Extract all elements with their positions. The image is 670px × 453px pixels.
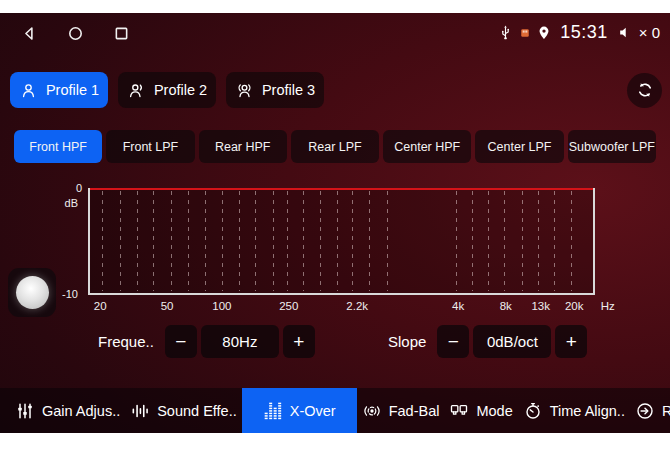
- x-tick-label: 2.2k: [346, 300, 368, 312]
- gridline: [222, 191, 223, 291]
- filter-tab-front-lpf[interactable]: Front LPF: [106, 130, 194, 163]
- mute-icon: [617, 24, 634, 41]
- slope-control: Slope − 0dB/oct +: [388, 325, 587, 358]
- x-axis-unit-label: Hz: [601, 300, 615, 312]
- gridline: [337, 191, 338, 291]
- bottom-nav: Gain Adjus..Sound Effe..X-OverFad-BalMod…: [0, 388, 670, 433]
- sd-card-icon: [519, 27, 531, 39]
- gridline: [287, 191, 288, 291]
- slope-minus-button[interactable]: −: [437, 325, 469, 358]
- gridline: [472, 191, 473, 291]
- volume-level: × 0: [639, 24, 660, 41]
- gridline: [369, 191, 370, 291]
- slope-label: Slope: [388, 333, 426, 350]
- nav-item-fad-bal[interactable]: Fad-Bal: [357, 388, 445, 433]
- mode-icon: [449, 401, 469, 421]
- profile-tab-3[interactable]: Profile 3: [226, 72, 324, 108]
- gridline: [522, 191, 523, 291]
- x-tick-label: 4k: [452, 300, 464, 312]
- nav-item-label: Fad-Bal: [389, 403, 440, 419]
- home-icon[interactable]: [66, 24, 85, 43]
- filter-tab-subwoofer-lpf[interactable]: Subwoofer LPF: [568, 130, 656, 163]
- profile-tab-label: Profile 2: [154, 82, 207, 98]
- gridline: [239, 191, 240, 291]
- y-axis-top-label: 0: [58, 182, 82, 194]
- profile-tab-label: Profile 3: [262, 82, 315, 98]
- gridline: [255, 191, 256, 291]
- nav-item-label: Gain Adjus..: [42, 403, 120, 419]
- frequency-control: Freque.. − 80Hz +: [98, 325, 315, 358]
- gridline: [303, 191, 304, 291]
- gridline: [387, 191, 388, 291]
- back-icon[interactable]: [20, 24, 39, 43]
- refresh-button[interactable]: [627, 73, 662, 108]
- y-axis-bottom-label: -10: [54, 288, 78, 300]
- filter-tab-center-lpf[interactable]: Center LPF: [475, 130, 563, 163]
- return-icon: [635, 401, 655, 421]
- response-curve: [90, 188, 593, 190]
- gridline: [137, 191, 138, 291]
- y-axis-unit-label: dB: [54, 197, 78, 209]
- location-icon: [536, 25, 552, 41]
- gridline: [273, 191, 274, 291]
- frequency-minus-button[interactable]: −: [165, 325, 197, 358]
- nav-item-time-align[interactable]: Time Align..: [518, 388, 630, 433]
- gridline: [188, 191, 189, 291]
- sound-effects-icon: [130, 401, 150, 421]
- x-tick-label: 20k: [565, 300, 584, 312]
- device-frame: 15:31 × 0 Profile 1Profile 2Profile 3 Fr…: [0, 0, 670, 453]
- profile-tab-2[interactable]: Profile 2: [118, 72, 216, 108]
- volume-knob[interactable]: [8, 268, 56, 317]
- gridline: [456, 191, 457, 291]
- recents-icon[interactable]: [112, 24, 131, 43]
- filter-tabs: Front HPFFront LPFRear HPFRear LPFCenter…: [14, 130, 656, 163]
- time-align-icon: [523, 401, 543, 421]
- clock: 15:31: [560, 22, 608, 43]
- x-tick-label: 13k: [531, 300, 550, 312]
- gridline: [538, 191, 539, 291]
- x-tick-label: 250: [279, 300, 298, 312]
- gridline: [488, 191, 489, 291]
- slope-plus-button[interactable]: +: [555, 325, 587, 358]
- frequency-value: 80Hz: [201, 325, 279, 358]
- nav-item-sound-effe[interactable]: Sound Effe..: [125, 388, 242, 433]
- profile-tab-label: Profile 1: [46, 82, 99, 98]
- gridline: [153, 191, 154, 291]
- nav-item-x-over[interactable]: X-Over: [242, 388, 357, 433]
- nav-item-label: Mode: [476, 403, 512, 419]
- filter-tab-rear-hpf[interactable]: Rear HPF: [199, 130, 287, 163]
- gridline: [352, 191, 353, 291]
- gridline: [205, 191, 206, 291]
- profile-tab-1[interactable]: Profile 1: [10, 72, 108, 108]
- nav-item-label: Return: [662, 403, 670, 419]
- x-tick-label: 8k: [500, 300, 512, 312]
- frequency-plus-button[interactable]: +: [283, 325, 315, 358]
- usb-icon: [497, 24, 514, 41]
- gridline: [120, 191, 121, 291]
- filter-tab-rear-lpf[interactable]: Rear LPF: [291, 130, 379, 163]
- nav-item-gain-adjus[interactable]: Gain Adjus..: [10, 388, 125, 433]
- chart-plot-area: [88, 188, 595, 295]
- nav-item-label: X-Over: [290, 403, 336, 419]
- fad-bal-icon: [362, 401, 382, 421]
- gridline: [571, 191, 572, 291]
- gridline: [320, 191, 321, 291]
- gridline: [554, 191, 555, 291]
- frequency-label: Freque..: [98, 333, 154, 350]
- nav-item-label: Sound Effe..: [157, 403, 237, 419]
- android-nav: [20, 24, 131, 43]
- x-axis-ticks: 20501002502.2k4k8k13k20kHz: [88, 300, 595, 314]
- refresh-icon: [635, 80, 655, 100]
- gain-adjust-icon: [15, 401, 35, 421]
- x-tick-label: 100: [212, 300, 231, 312]
- profile-user3-icon: [235, 81, 254, 100]
- gridline: [171, 191, 172, 291]
- filter-tab-front-hpf[interactable]: Front HPF: [14, 130, 102, 163]
- nav-item-return[interactable]: Return: [630, 388, 670, 433]
- x-tick-label: 50: [161, 300, 174, 312]
- filter-tab-center-hpf[interactable]: Center HPF: [383, 130, 471, 163]
- profile-tabs: Profile 1Profile 2Profile 3: [10, 72, 662, 108]
- gridline: [504, 191, 505, 291]
- nav-item-mode[interactable]: Mode: [444, 388, 517, 433]
- knob-dial: [16, 276, 49, 309]
